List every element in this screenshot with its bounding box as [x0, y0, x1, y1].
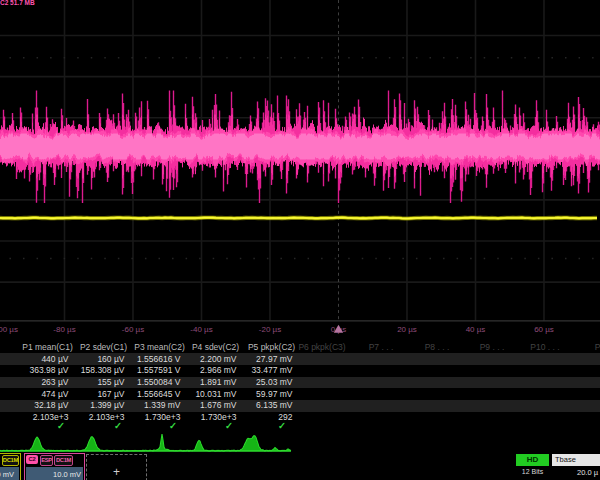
svg-text:-100 µs: -100 µs	[0, 325, 18, 334]
svg-text:40 µs: 40 µs	[466, 325, 486, 334]
svg-text:60 µs: 60 µs	[534, 325, 554, 334]
svg-text:-20 µs: -20 µs	[259, 325, 281, 334]
svg-text:20 µs: 20 µs	[397, 325, 417, 334]
svg-text:-60 µs: -60 µs	[122, 325, 144, 334]
svg-text:-40 µs: -40 µs	[190, 325, 212, 334]
svg-text:-80 µs: -80 µs	[53, 325, 75, 334]
